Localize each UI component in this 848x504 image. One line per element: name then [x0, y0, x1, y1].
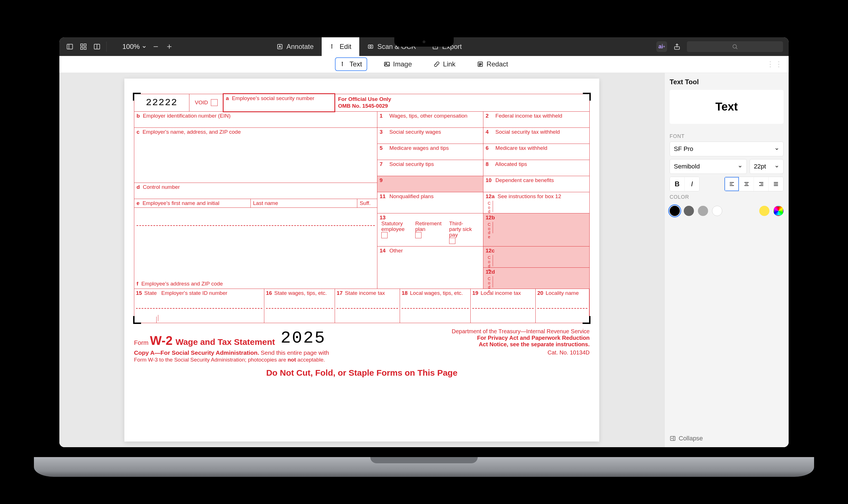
collapse-label: Collapse: [679, 435, 703, 442]
subtool-label: Redact: [486, 60, 508, 68]
box-18-label: Local wages, tips, etc.: [410, 290, 463, 296]
box-13a-label: Statutory employee: [381, 220, 404, 232]
void-cell: VOID: [190, 94, 223, 111]
suffix-label: Suff.: [360, 200, 371, 206]
retirement-checkbox[interactable]: [415, 232, 421, 238]
font-family-select[interactable]: SF Pro: [670, 142, 783, 156]
privacy-1: For Privacy Act and Paperwork Reduction: [452, 335, 590, 341]
app-window: 100% Annotate Edit Scan & OCR: [59, 37, 789, 447]
zoom-value[interactable]: 100%: [122, 43, 147, 51]
form-code-22222: 22222: [134, 94, 190, 111]
crop-mark: [582, 316, 591, 324]
box-9-shaded: 9: [377, 176, 483, 192]
subtool-label: Link: [443, 60, 455, 68]
swatch-black[interactable]: [670, 206, 680, 216]
split-view-icon[interactable]: [92, 42, 102, 51]
ai-button[interactable]: ai+: [656, 41, 667, 52]
sidebar-icon[interactable]: [65, 42, 75, 51]
svg-rect-0: [67, 44, 73, 49]
italic-button[interactable]: I: [685, 177, 699, 191]
subtool-redact[interactable]: Redact: [472, 57, 513, 71]
search-input[interactable]: [687, 41, 783, 52]
collapse-panel-button[interactable]: Collapse: [670, 429, 783, 442]
box-f-label: Employee's address and ZIP code: [141, 281, 223, 287]
svg-rect-4: [80, 47, 83, 50]
crop-mark: [133, 316, 141, 324]
font-weight-select[interactable]: Semibold: [670, 159, 747, 174]
subtool-label: Image: [393, 60, 412, 68]
text-tool-panel: Text Tool Text FONT SF Pro Semibold 22pt…: [664, 73, 789, 447]
chevron-down-icon: [774, 163, 779, 170]
text-sample[interactable]: Text: [670, 90, 783, 124]
font-section-label: FONT: [670, 133, 783, 139]
void-checkbox[interactable]: [211, 99, 218, 106]
subtool-image[interactable]: Image: [378, 57, 417, 71]
copy-a-tail: Send this entire page with: [260, 349, 329, 356]
swatch-gray[interactable]: [698, 206, 708, 216]
box-20-label: Locality name: [545, 290, 579, 296]
official-use-label: For Official Use Only: [338, 96, 587, 103]
tab-edit[interactable]: Edit: [322, 37, 359, 56]
box-11-label: Nonqualified plans: [390, 193, 434, 199]
svg-rect-3: [84, 44, 86, 46]
color-section-label: COLOR: [670, 194, 783, 200]
crop-mark: [583, 93, 591, 101]
align-center-button[interactable]: [739, 177, 754, 191]
statutory-checkbox[interactable]: [381, 232, 387, 238]
box-15-label: State: [144, 290, 157, 296]
thumbnails-icon[interactable]: [78, 42, 88, 51]
document-page[interactable]: 22222 VOID a Employee's social security …: [124, 78, 599, 442]
form-footer: Form W-2 Wage and Tax Statement 2025 Dep…: [134, 323, 590, 378]
copy-a-3a: Form W-3 to the Social Security Administ…: [134, 357, 288, 363]
share-icon[interactable]: [672, 42, 682, 51]
svg-rect-5: [84, 47, 86, 50]
chevron-down-icon: [774, 145, 779, 152]
form-main-grid: b Employer identification number (EIN) c…: [134, 112, 590, 289]
font-size-select[interactable]: 22pt: [750, 159, 783, 174]
svg-rect-13: [368, 45, 373, 48]
form-top-strip: 22222 VOID a Employee's social security …: [134, 94, 590, 112]
crop-mark: [133, 93, 141, 101]
align-right-button[interactable]: [754, 177, 769, 191]
bold-button[interactable]: B: [670, 177, 685, 191]
form-title: Wage and Tax Statement: [176, 337, 275, 346]
thirdparty-checkbox[interactable]: [449, 238, 455, 244]
laptop-frame: 100% Annotate Edit Scan & OCR: [34, 28, 814, 477]
tab-label: Edit: [340, 43, 351, 51]
swatch-white[interactable]: [712, 206, 722, 216]
svg-rect-2: [80, 44, 83, 46]
document-canvas[interactable]: 22222 VOID a Employee's social security …: [59, 73, 664, 447]
tax-year: 2025: [281, 328, 326, 348]
box-4-label: Social security tax withheld: [495, 129, 560, 135]
color-picker-button[interactable]: [773, 206, 783, 216]
chevron-down-icon: [141, 43, 147, 51]
svg-line-18: [736, 48, 738, 49]
edit-subtoolbar: Text Image Link Redact ⋮⋮: [59, 56, 789, 73]
swatch-yellow[interactable]: [759, 206, 770, 216]
box-10-label: Dependent care benefits: [495, 177, 554, 183]
align-left-button[interactable]: [724, 177, 739, 191]
laptop-base: [34, 457, 814, 477]
official-use-cell: For Official Use Only OMB No. 1545-0029: [335, 94, 589, 111]
svg-point-17: [733, 44, 737, 48]
subtool-text[interactable]: Text: [335, 57, 367, 71]
zoom-in-button[interactable]: [164, 42, 174, 51]
swatch-darkgray[interactable]: [684, 206, 694, 216]
subtool-link[interactable]: Link: [428, 57, 461, 71]
copy-a-3c: acceptable.: [296, 357, 325, 363]
box-a-label: Employee's social security number: [232, 95, 314, 101]
box-1-label: Wages, tips, other compensation: [390, 113, 468, 119]
tab-annotate[interactable]: Annotate: [269, 37, 322, 56]
do-not-cut: Do Not Cut, Fold, or Staple Forms on Thi…: [134, 368, 590, 378]
box-16-label: State wages, tips, etc.: [274, 290, 327, 296]
align-justify-button[interactable]: [769, 177, 783, 191]
svg-rect-19: [384, 62, 390, 66]
dept-label: Department of the Treasury—Internal Reve…: [452, 328, 590, 335]
box-a-ssn: a Employee's social security number: [223, 93, 335, 112]
box-12a-label: See instructions for box 12: [498, 193, 561, 199]
drag-handle-icon[interactable]: ⋮⋮: [766, 60, 783, 69]
box-c-label: Employer's name, address, and ZIP code: [142, 129, 241, 135]
notch: [394, 37, 454, 47]
privacy-2: Act Notice, see the separate instruction…: [452, 341, 590, 348]
zoom-out-button[interactable]: [151, 42, 161, 51]
